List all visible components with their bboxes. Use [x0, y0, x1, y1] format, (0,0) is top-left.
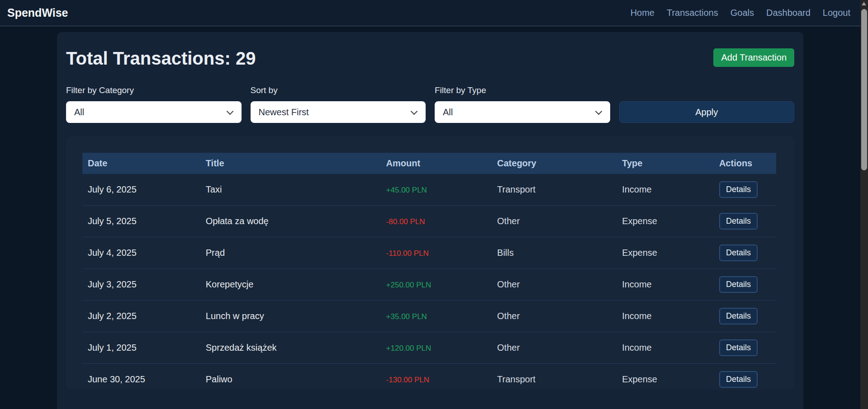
title-cell: Taxi — [200, 174, 381, 206]
amount-cell: +250.00 PLN — [381, 269, 492, 301]
title-cell: Sprzedaż książek — [200, 332, 381, 364]
table-row: July 4, 2025 Prąd -110.00 PLN Bills Expe… — [82, 237, 776, 269]
sort-select-value: Newest First — [259, 107, 309, 118]
amount-value: +120.00 PLN — [386, 344, 432, 353]
column-header-category: Category — [492, 153, 617, 174]
category-cell: Other — [492, 301, 617, 332]
actions-cell: Details — [714, 364, 776, 390]
sort-select[interactable]: Newest First — [251, 101, 426, 123]
amount-cell: +120.00 PLN — [381, 332, 492, 364]
type-cell: Expense — [617, 206, 714, 237]
category-select-value: All — [74, 107, 84, 118]
column-header-type: Type — [617, 153, 714, 174]
type-cell: Income — [617, 332, 714, 364]
chevron-down-icon — [226, 108, 233, 115]
type-select[interactable]: All — [435, 101, 610, 123]
column-header-title: Title — [200, 153, 381, 174]
nav-link-transactions[interactable]: Transactions — [667, 8, 718, 18]
vertical-scrollbar[interactable] — [860, 0, 868, 409]
amount-value: -80.00 PLN — [386, 217, 425, 226]
transactions-table-container: Date Title Amount Category Type Actions … — [66, 136, 794, 390]
actions-cell: Details — [714, 237, 776, 269]
nav-link-logout[interactable]: Logout — [823, 8, 850, 18]
chevron-down-icon — [411, 108, 418, 115]
table-row: July 3, 2025 Korepetycje +250.00 PLN Oth… — [82, 269, 776, 301]
table-row: July 5, 2025 Opłata za wodę -80.00 PLN O… — [82, 206, 776, 237]
table-row: July 1, 2025 Sprzedaż książek +120.00 PL… — [82, 332, 776, 364]
type-cell: Income — [617, 269, 714, 301]
amount-cell: +35.00 PLN — [381, 301, 492, 332]
details-button[interactable]: Details — [719, 276, 758, 293]
type-cell: Expense — [617, 237, 714, 269]
nav-link-dashboard[interactable]: Dashboard — [766, 8, 811, 18]
amount-cell: -110.00 PLN — [381, 237, 492, 269]
date-cell: July 4, 2025 — [82, 237, 200, 269]
app-viewport: SpendWise Home Transactions Goals Dashbo… — [0, 0, 868, 409]
filter-group-category: Filter by Category All — [66, 85, 242, 123]
nav-link-goals[interactable]: Goals — [730, 8, 754, 18]
sort-by-label: Sort by — [251, 85, 426, 95]
apply-filters-button[interactable]: Apply — [619, 101, 795, 123]
chevron-down-icon — [595, 108, 602, 115]
transactions-tbody: July 6, 2025 Taxi +45.00 PLN Transport I… — [82, 174, 776, 390]
actions-cell: Details — [714, 206, 776, 237]
type-cell: Income — [617, 174, 714, 206]
details-button[interactable]: Details — [719, 181, 758, 198]
details-button[interactable]: Details — [719, 308, 758, 324]
actions-cell: Details — [714, 174, 776, 206]
brand-logo[interactable]: SpendWise — [7, 6, 68, 19]
nav-link-home[interactable]: Home — [631, 8, 655, 18]
category-cell: Transport — [492, 364, 617, 390]
filter-category-label: Filter by Category — [66, 85, 242, 95]
type-cell: Income — [617, 301, 714, 332]
nav-links: Home Transactions Goals Dashboard Logout — [631, 8, 850, 18]
table-row: June 30, 2025 Paliwo -130.00 PLN Transpo… — [82, 364, 776, 390]
column-header-date: Date — [82, 153, 200, 174]
date-cell: July 6, 2025 — [82, 174, 200, 206]
table-header: Date Title Amount Category Type Actions — [82, 153, 776, 174]
category-cell: Transport — [492, 174, 617, 206]
transactions-card: Total Transactions: 29 Add Transaction F… — [57, 32, 803, 409]
date-cell: June 30, 2025 — [82, 364, 200, 390]
filter-type-label: Filter by Type — [435, 85, 610, 95]
page-content: Total Transactions: 29 Add Transaction F… — [0, 32, 860, 409]
column-header-actions: Actions — [714, 153, 776, 174]
amount-cell: -130.00 PLN — [381, 364, 492, 390]
transactions-table: Date Title Amount Category Type Actions … — [82, 153, 776, 390]
date-cell: July 3, 2025 — [82, 269, 200, 301]
title-cell: Korepetycje — [200, 269, 381, 301]
amount-value: -130.00 PLN — [386, 376, 429, 384]
details-button[interactable]: Details — [719, 339, 758, 356]
add-transaction-button[interactable]: Add Transaction — [713, 48, 794, 67]
amount-cell: +45.00 PLN — [381, 174, 492, 206]
amount-value: -110.00 PLN — [386, 249, 429, 258]
details-button[interactable]: Details — [719, 213, 758, 230]
title-cell: Lunch w pracy — [200, 301, 381, 332]
table-row: July 6, 2025 Taxi +45.00 PLN Transport I… — [82, 174, 776, 206]
category-cell: Other — [492, 332, 617, 364]
category-cell: Bills — [492, 237, 617, 269]
title-cell: Prąd — [200, 237, 381, 269]
date-cell: July 2, 2025 — [82, 301, 200, 332]
amount-value: +35.00 PLN — [386, 312, 427, 321]
filter-group-apply: Apply — [619, 101, 795, 123]
table-row: July 2, 2025 Lunch w pracy +35.00 PLN Ot… — [82, 301, 776, 332]
amount-cell: -80.00 PLN — [381, 206, 492, 237]
actions-cell: Details — [714, 269, 776, 301]
details-button[interactable]: Details — [719, 371, 758, 388]
amount-value: +250.00 PLN — [386, 281, 432, 289]
date-cell: July 1, 2025 — [82, 332, 200, 364]
date-cell: July 5, 2025 — [82, 206, 200, 237]
filter-group-type: Filter by Type All — [435, 85, 610, 123]
navbar: SpendWise Home Transactions Goals Dashbo… — [0, 0, 860, 26]
category-cell: Other — [492, 206, 617, 237]
category-cell: Other — [492, 269, 617, 301]
scroll-up-arrow-icon[interactable] — [862, 2, 866, 5]
type-cell: Expense — [617, 364, 714, 390]
title-cell: Paliwo — [200, 364, 381, 390]
actions-cell: Details — [714, 301, 776, 332]
scrollbar-thumb[interactable] — [861, 9, 867, 170]
details-button[interactable]: Details — [719, 244, 758, 261]
category-select[interactable]: All — [66, 101, 242, 123]
page-title: Total Transactions: 29 — [66, 47, 794, 69]
